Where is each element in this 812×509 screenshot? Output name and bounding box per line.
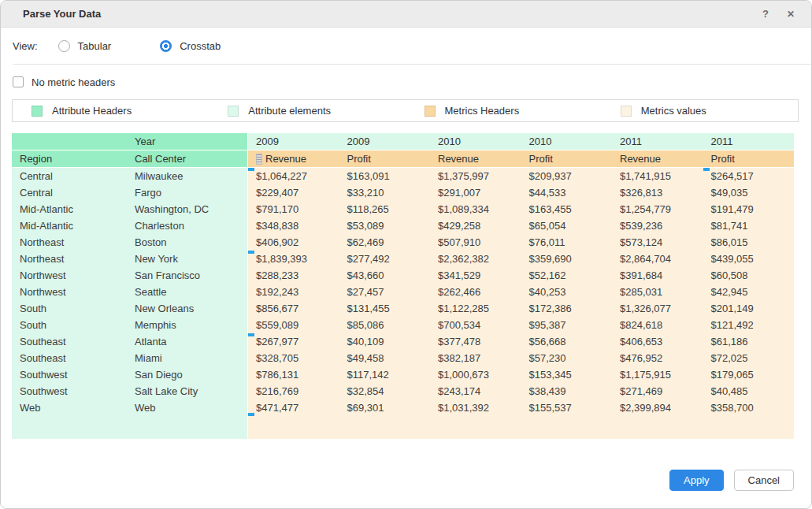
- radio-tabular-icon[interactable]: [58, 40, 70, 52]
- value-cell: $192,243: [248, 284, 339, 300]
- value-cell: $824,618: [612, 317, 703, 333]
- value-cell: $476,952: [612, 350, 703, 366]
- region-cell: Web: [12, 399, 127, 416]
- attribute-elements-swatch-icon: [228, 106, 239, 117]
- apply-button[interactable]: Apply: [669, 470, 724, 491]
- value-cell: $121,492: [703, 317, 795, 333]
- region-cell: Mid-Atlantic: [12, 217, 127, 234]
- metric-header-cell[interactable]: Profit: [521, 150, 613, 168]
- year-element-cell[interactable]: 2010: [521, 133, 613, 150]
- call-center-cell: Web: [127, 399, 248, 416]
- value-cell: $1,000,673: [430, 366, 521, 383]
- parse-boundary-marker[interactable]: [248, 333, 254, 336]
- metric-header-label: Profit: [347, 150, 371, 168]
- value-cell: $359,690: [521, 251, 613, 267]
- value-cell: $856,677: [248, 300, 339, 317]
- value-cell: $1,031,392: [430, 399, 521, 416]
- view-option-crosstab[interactable]: Crosstab: [160, 40, 221, 52]
- value-cell: $348,838: [248, 217, 339, 234]
- value-cell: $72,025: [703, 350, 795, 366]
- region-cell: South: [12, 317, 127, 333]
- value-cell: $191,479: [703, 201, 795, 217]
- value-cell: $1,089,334: [430, 201, 521, 217]
- metric-header-cell[interactable]: Revenue: [248, 150, 339, 168]
- call-center-cell: Salt Lake City: [127, 383, 248, 399]
- value-cell: $52,162: [521, 267, 613, 284]
- value-cell: $201,149: [703, 300, 795, 317]
- value-cell: $406,653: [612, 333, 703, 350]
- legend-label: Metrics values: [641, 105, 706, 117]
- color-legend: Attribute Headers Attribute elements Met…: [12, 99, 799, 122]
- metric-header-cell[interactable]: Profit: [339, 150, 431, 168]
- year-attribute-header-cell[interactable]: Year: [127, 133, 248, 150]
- value-cell: $40,253: [521, 284, 613, 300]
- cancel-button[interactable]: Cancel: [734, 470, 794, 491]
- region-cell: Northeast: [12, 251, 127, 267]
- value-cell: $382,187: [430, 350, 521, 366]
- parse-your-data-dialog: Parse Your Data ? ✕ View: Tabular Crosst…: [0, 0, 812, 509]
- no-metric-headers-row[interactable]: No metric headers: [1, 65, 811, 99]
- metric-header-cell[interactable]: Revenue: [612, 150, 703, 168]
- legend-metrics-values: Metrics values: [602, 105, 798, 117]
- call-center-cell: Seattle: [127, 284, 248, 300]
- corner-cell: [12, 133, 127, 150]
- parse-boundary-marker[interactable]: [248, 251, 254, 254]
- value-cell: $76,011: [521, 234, 613, 251]
- call-center-cell: San Diego: [127, 366, 248, 383]
- parse-boundary-marker[interactable]: [248, 168, 254, 171]
- value-cell: $471,477: [248, 399, 339, 416]
- value-cell: $216,769: [248, 383, 339, 399]
- value-cell: $57,230: [521, 350, 613, 366]
- value-cell: $85,086: [339, 317, 431, 333]
- legend-label: Metrics Headers: [445, 105, 520, 117]
- value-cell: $786,131: [248, 366, 339, 383]
- year-element-cell[interactable]: 2009: [339, 133, 431, 150]
- metrics-headers-swatch-icon: [425, 106, 436, 117]
- year-element-cell[interactable]: 2010: [430, 133, 521, 150]
- value-cell: $1,254,779: [612, 201, 703, 217]
- value-cell: $42,945: [703, 284, 795, 300]
- value-cell: $573,124: [612, 234, 703, 251]
- year-element-cell[interactable]: 2009: [248, 133, 339, 150]
- value-cell: $267,977: [248, 333, 339, 350]
- metric-header-label: Revenue: [438, 150, 479, 168]
- year-element-cell[interactable]: 2011: [612, 133, 703, 150]
- drag-grip-icon[interactable]: [256, 154, 262, 165]
- call-center-cell: San Francisco: [127, 267, 248, 284]
- value-cell: $700,534: [430, 317, 521, 333]
- metric-header-label: Profit: [529, 150, 553, 168]
- region-cell: Southwest: [12, 366, 127, 383]
- value-cell: $243,174: [430, 383, 521, 399]
- value-cell: $95,387: [521, 317, 613, 333]
- metric-header-cell[interactable]: Revenue: [430, 150, 521, 168]
- value-cell: $40,485: [703, 383, 795, 399]
- value-cell: $1,375,997: [430, 168, 521, 184]
- dialog-titlebar: Parse Your Data ? ✕: [1, 1, 811, 28]
- legend-label: Attribute Headers: [52, 105, 132, 117]
- value-cell: $38,439: [521, 383, 613, 399]
- call-center-attribute-header-cell[interactable]: Call Center: [127, 150, 248, 168]
- parse-boundary-marker[interactable]: [248, 413, 254, 416]
- call-center-cell: Memphis: [127, 317, 248, 333]
- close-icon[interactable]: ✕: [783, 9, 799, 20]
- crosstab-preview: Year200920092010201020112011RegionCall C…: [12, 133, 792, 439]
- year-element-cell[interactable]: 2011: [703, 133, 795, 150]
- parse-boundary-marker[interactable]: [703, 168, 710, 171]
- value-cell: $163,455: [521, 201, 613, 217]
- value-cell: $391,684: [612, 267, 703, 284]
- dialog-footer: Apply Cancel: [669, 470, 794, 491]
- help-icon[interactable]: ?: [758, 8, 773, 20]
- metric-header-cell[interactable]: Profit: [703, 150, 795, 168]
- view-option-tabular[interactable]: Tabular: [58, 40, 112, 52]
- value-cell: $32,854: [339, 383, 431, 399]
- no-metric-headers-checkbox[interactable]: [13, 76, 24, 87]
- region-attribute-header-cell[interactable]: Region: [12, 150, 127, 168]
- call-center-cell: Atlanta: [127, 333, 248, 350]
- value-cell: $172,386: [521, 300, 613, 317]
- value-cell: $229,407: [248, 184, 339, 201]
- radio-crosstab-icon[interactable]: [160, 40, 172, 52]
- call-center-cell: Charleston: [127, 217, 248, 234]
- value-cell: $56,668: [521, 333, 613, 350]
- view-label: View:: [13, 40, 38, 52]
- value-cell: $2,399,894: [612, 399, 703, 416]
